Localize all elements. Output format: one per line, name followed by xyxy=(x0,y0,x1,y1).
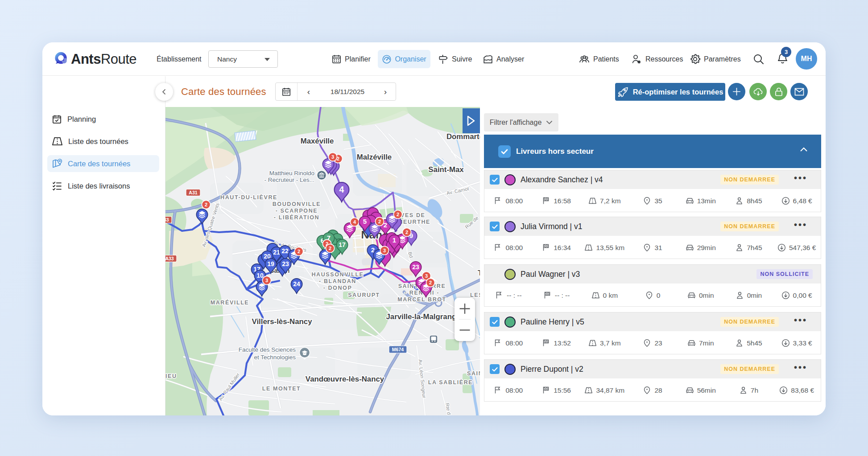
svg-text:22: 22 xyxy=(281,247,289,255)
svg-text:MEURTHE: MEURTHE xyxy=(398,219,430,225)
svg-text:A33: A33 xyxy=(165,217,169,222)
svg-text:MARCEL BROT: MARCEL BROT xyxy=(397,296,446,303)
svg-text:23: 23 xyxy=(412,263,419,271)
svg-text:17: 17 xyxy=(339,241,346,248)
svg-text:Vandœuvre-lès-Nancy: Vandœuvre-lès-Nancy xyxy=(306,375,384,383)
svg-text:4: 4 xyxy=(339,185,344,194)
svg-text:2: 2 xyxy=(298,249,300,254)
svg-text:23: 23 xyxy=(282,260,289,267)
svg-text:19: 19 xyxy=(267,260,274,267)
svg-text:3: 3 xyxy=(383,248,386,253)
svg-text:SAURUPT: SAURUPT xyxy=(348,292,380,298)
svg-text:2: 2 xyxy=(329,246,331,251)
svg-text:24: 24 xyxy=(293,280,300,288)
svg-text:M674: M674 xyxy=(392,347,404,352)
svg-text:5: 5 xyxy=(363,218,367,225)
svg-text:Maxéville: Maxéville xyxy=(301,137,334,145)
svg-text:Dommartemont: Dommartemont xyxy=(446,132,480,141)
svg-text:- DONOP: - DONOP xyxy=(323,285,352,291)
svg-text:Faculté des Sciences: Faculté des Sciences xyxy=(239,346,296,353)
svg-text:LA SABLIÈRE: LA SABLIÈRE xyxy=(428,379,473,386)
svg-text:LES E: LES E xyxy=(470,292,480,298)
svg-text:2: 2 xyxy=(429,280,432,285)
svg-text:Jarville-la-Malgrange: Jarville-la-Malgrange xyxy=(386,312,461,321)
svg-text:10: 10 xyxy=(256,272,264,279)
svg-text:- BLANDAN: - BLANDAN xyxy=(319,278,356,284)
svg-text:2: 2 xyxy=(397,212,399,217)
svg-text:IEU: IEU xyxy=(165,373,177,379)
svg-text:- SCARPONE: - SCARPONE xyxy=(276,208,318,214)
svg-text:Matthieu Rinoldo: Matthieu Rinoldo xyxy=(269,170,314,177)
svg-text:et Technologies: et Technologies xyxy=(254,354,296,361)
svg-text:MARÉVILLE: MARÉVILLE xyxy=(211,299,249,306)
svg-text:21: 21 xyxy=(273,249,280,256)
svg-text:SAINT-: SAINT- xyxy=(467,370,480,377)
svg-text:BOUDONVILLE: BOUDONVILLE xyxy=(273,201,321,207)
svg-text:A33: A33 xyxy=(165,256,174,261)
svg-text:Villers-lès-Nancy: Villers-lès-Nancy xyxy=(252,317,313,326)
svg-text:4: 4 xyxy=(353,219,356,225)
svg-text:- Recruteur - Les...: - Recruteur - Les... xyxy=(264,177,314,183)
svg-text:Saint-Max: Saint-Max xyxy=(428,165,464,174)
svg-text:Malzéville: Malzéville xyxy=(357,153,392,161)
svg-text:3: 3 xyxy=(425,273,428,279)
svg-text:VES DE: VES DE xyxy=(401,212,425,218)
svg-text:2: 2 xyxy=(205,202,207,207)
svg-text:1: 1 xyxy=(393,236,396,244)
svg-text:LE MONTET: LE MONTET xyxy=(262,386,301,392)
svg-text:A31: A31 xyxy=(189,190,197,195)
svg-text:- LIBÉRATION: - LIBÉRATION xyxy=(274,214,319,221)
svg-text:HAUT-DU-LIÈVRE: HAUT-DU-LIÈVRE xyxy=(220,194,277,201)
svg-text:2: 2 xyxy=(405,230,408,235)
svg-text:HAUSSONVILLE: HAUSSONVILLE xyxy=(311,271,364,278)
svg-text:3: 3 xyxy=(265,278,268,283)
svg-text:2: 2 xyxy=(378,219,381,224)
svg-text:3: 3 xyxy=(331,154,334,160)
svg-text:Tomblaine: Tomblaine xyxy=(478,269,480,277)
